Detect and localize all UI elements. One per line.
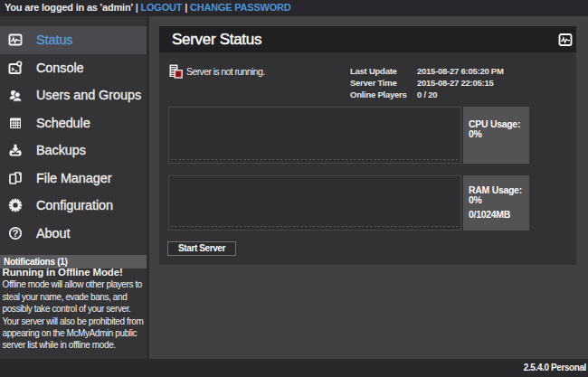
- svg-text:?: ?: [12, 228, 18, 239]
